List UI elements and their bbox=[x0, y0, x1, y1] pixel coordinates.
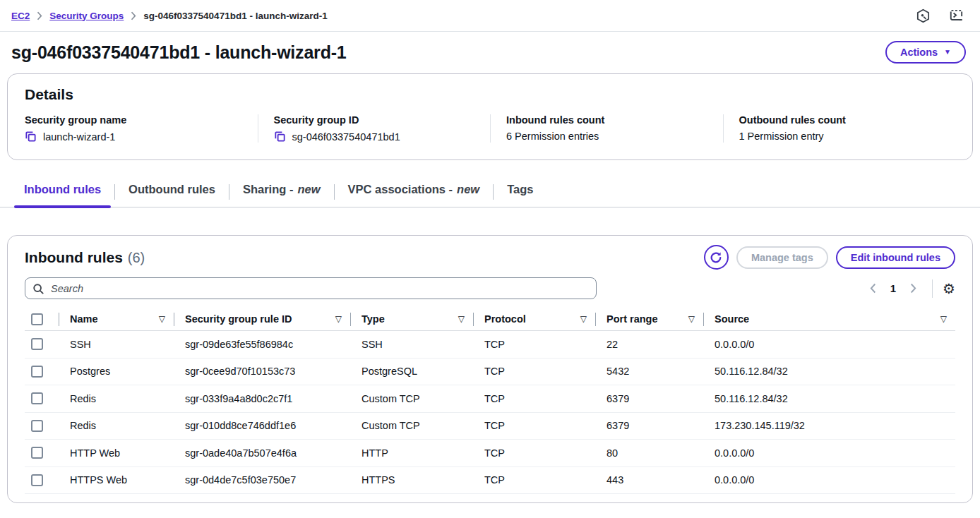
tab-inbound-rules[interactable]: Inbound rules bbox=[14, 177, 111, 207]
next-page-button[interactable] bbox=[904, 280, 922, 296]
details-card: Details Security group name launch-wizar… bbox=[7, 73, 973, 160]
column-header-rule-id: Security group rule ID ▽ bbox=[174, 308, 350, 330]
row-select-cell bbox=[25, 440, 59, 466]
table-title-group: Inbound rules (6) bbox=[25, 249, 145, 266]
details-grid: Security group name launch-wizard-1 Secu… bbox=[25, 114, 955, 143]
filter-icon[interactable]: ▽ bbox=[458, 314, 465, 324]
table-count: (6) bbox=[128, 250, 145, 266]
tab-label: Inbound rules bbox=[24, 183, 101, 196]
detail-label: Security group name bbox=[25, 114, 248, 126]
cell-port-range: 22 bbox=[595, 339, 703, 350]
search-input[interactable] bbox=[25, 277, 597, 299]
page-header: sg-046f0337540471bd1 - launch-wizard-1 A… bbox=[0, 32, 980, 71]
manage-tags-button[interactable]: Manage tags bbox=[736, 246, 828, 269]
cell-type: SSH bbox=[350, 339, 473, 350]
current-page[interactable]: 1 bbox=[885, 282, 902, 294]
cell-port-range: 6379 bbox=[595, 393, 703, 404]
breadcrumb-ec2[interactable]: EC2 bbox=[11, 11, 30, 21]
tab-vpc-associations[interactable]: VPC associations - new bbox=[338, 177, 490, 207]
chevron-right-icon bbox=[131, 11, 136, 20]
row-checkbox[interactable] bbox=[31, 338, 43, 350]
inbound-rules-card: Inbound rules (6) Manage tags Edit inbou… bbox=[7, 235, 973, 503]
row-select-cell bbox=[25, 467, 59, 494]
cell-protocol: TCP bbox=[473, 393, 595, 404]
tab-tags[interactable]: Tags bbox=[497, 177, 543, 207]
cell-type: PostgreSQL bbox=[350, 366, 473, 377]
tab-outbound-rules[interactable]: Outbound rules bbox=[119, 177, 225, 207]
cloudshell-icon[interactable] bbox=[949, 8, 964, 23]
column-header-name: Name ▽ bbox=[59, 308, 174, 330]
cell-protocol: TCP bbox=[473, 339, 595, 350]
cell-rule-id: sgr-033f9a4a8d0c2c7f1 bbox=[174, 393, 350, 404]
actions-button-label: Actions bbox=[900, 47, 938, 58]
table-row: SSH sgr-09de63fe55f86984c SSH TCP 22 0.0… bbox=[25, 331, 955, 359]
cell-name: Postgres bbox=[59, 366, 174, 377]
column-header-port-range: Port range ▽ bbox=[595, 308, 703, 330]
cell-protocol: TCP bbox=[473, 420, 595, 431]
cell-name: SSH bbox=[59, 339, 174, 350]
row-checkbox[interactable] bbox=[31, 366, 43, 378]
cell-source: 0.0.0.0/0 bbox=[703, 474, 955, 486]
detail-value: 1 Permission entry bbox=[739, 131, 824, 142]
column-header-protocol: Protocol ▽ bbox=[473, 308, 595, 330]
detail-outbound-rules-count: Outbound rules count 1 Permission entry bbox=[723, 114, 956, 143]
refresh-icon bbox=[710, 251, 722, 264]
breadcrumb-bar: EC2 Security Groups sg-046f0337540471bd1… bbox=[0, 0, 980, 32]
select-all-cell bbox=[25, 308, 59, 330]
cell-source: 173.230.145.119/32 bbox=[703, 420, 955, 431]
gear-icon[interactable]: ⚙ bbox=[943, 282, 955, 296]
tab-sharing[interactable]: Sharing - new bbox=[233, 177, 330, 207]
tab-divider bbox=[334, 184, 335, 200]
caret-down-icon: ▼ bbox=[944, 49, 951, 56]
detail-value: launch-wizard-1 bbox=[43, 131, 115, 143]
details-heading: Details bbox=[25, 86, 955, 103]
row-checkbox[interactable] bbox=[31, 392, 43, 404]
detail-value: sg-046f0337540471bd1 bbox=[292, 131, 400, 143]
search-box bbox=[25, 277, 597, 299]
detail-label: Outbound rules count bbox=[739, 114, 946, 126]
table-row: Redis sgr-010dd8ce746ddf1e6 Custom TCP T… bbox=[25, 413, 955, 440]
previous-page-button[interactable] bbox=[864, 280, 882, 296]
table-actions: Manage tags Edit inbound rules bbox=[704, 245, 955, 270]
row-select-cell bbox=[25, 385, 59, 412]
refresh-button[interactable] bbox=[704, 245, 729, 270]
row-checkbox[interactable] bbox=[31, 420, 43, 432]
select-all-checkbox[interactable] bbox=[31, 313, 43, 325]
cell-type: Custom TCP bbox=[350, 420, 473, 431]
cell-name: Redis bbox=[59, 393, 174, 404]
actions-button[interactable]: Actions ▼ bbox=[885, 41, 966, 64]
cell-protocol: TCP bbox=[473, 447, 595, 459]
cell-port-range: 80 bbox=[595, 447, 703, 459]
row-checkbox[interactable] bbox=[31, 474, 43, 486]
tab-divider bbox=[229, 184, 229, 200]
tab-divider bbox=[493, 184, 494, 200]
filter-icon[interactable]: ▽ bbox=[580, 314, 587, 324]
amazon-q-icon[interactable] bbox=[916, 8, 931, 23]
search-icon bbox=[32, 283, 44, 295]
tab-divider bbox=[114, 184, 115, 200]
cell-rule-id: sgr-0ade40a7b507e4f6a bbox=[174, 447, 350, 459]
breadcrumb-security-groups[interactable]: Security Groups bbox=[49, 11, 124, 21]
manage-tags-label: Manage tags bbox=[751, 252, 813, 263]
edit-inbound-rules-button[interactable]: Edit inbound rules bbox=[836, 246, 955, 269]
page-title: sg-046f0337540471bd1 - launch-wizard-1 bbox=[11, 42, 347, 63]
cell-source: 0.0.0.0/0 bbox=[703, 339, 955, 350]
row-select-cell bbox=[25, 331, 59, 358]
column-label: Name bbox=[70, 313, 98, 325]
filter-icon[interactable]: ▽ bbox=[335, 314, 342, 324]
cell-type: HTTP bbox=[350, 447, 473, 459]
filter-icon[interactable]: ▽ bbox=[940, 314, 947, 324]
copy-icon[interactable] bbox=[274, 131, 286, 143]
detail-label: Inbound rules count bbox=[506, 114, 713, 126]
filter-icon[interactable]: ▽ bbox=[688, 314, 695, 324]
cell-source: 0.0.0.0/0 bbox=[703, 447, 955, 459]
cell-rule-id: sgr-010dd8ce746ddf1e6 bbox=[174, 420, 350, 431]
copy-icon[interactable] bbox=[25, 131, 37, 143]
table-row: Redis sgr-033f9a4a8d0c2c7f1 Custom TCP T… bbox=[25, 385, 955, 413]
detail-inbound-rules-count: Inbound rules count 6 Permission entries bbox=[490, 114, 723, 143]
filter-icon[interactable]: ▽ bbox=[159, 314, 165, 324]
cell-protocol: TCP bbox=[473, 474, 595, 486]
cell-protocol: TCP bbox=[473, 366, 595, 377]
tab-label: Tags bbox=[507, 183, 533, 196]
row-checkbox[interactable] bbox=[31, 447, 43, 459]
